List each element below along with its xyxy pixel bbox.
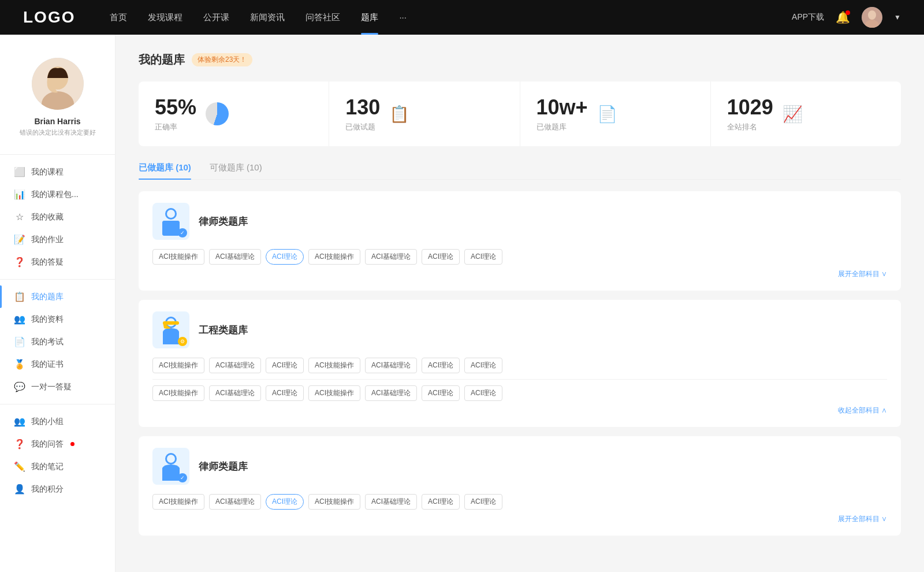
nav-news[interactable]: 新闻资讯 <box>250 12 285 23</box>
stat-questions: 130 已做试题 📋 <box>329 81 520 146</box>
sidebar-item-label: 我的资料 <box>31 314 64 325</box>
sidebar-item-my-qa[interactable]: ❓ 我的问答 <box>0 433 115 455</box>
expand-button-3[interactable]: 展开全部科目 ∨ <box>152 514 887 524</box>
sidebar-item-cert[interactable]: 🏅 我的证书 <box>0 353 115 376</box>
svg-rect-12 <box>163 321 179 325</box>
collapse-button-2[interactable]: 收起全部科目 ∧ <box>152 406 887 415</box>
avatar-dropdown-icon[interactable]: ▼ <box>894 13 901 21</box>
qb-tags-1: ACI技能操作 ACI基础理论 ACI理论 ACI技能操作 ACI基础理论 AC… <box>152 249 887 265</box>
qb-header-1: ✓ 律师类题库 <box>152 203 887 240</box>
sidebar-divider-2 <box>0 279 115 280</box>
tag-2-13[interactable]: ACI理论 <box>422 385 460 401</box>
tag-2-8[interactable]: ACI技能操作 <box>152 385 204 401</box>
qb-header-3: ✓ 律师类题库 <box>152 448 887 485</box>
nav-discover[interactable]: 发现课程 <box>148 12 182 23</box>
nav-public[interactable]: 公开课 <box>203 12 229 23</box>
tab-done-banks[interactable]: 已做题库 (10) <box>139 162 191 179</box>
sidebar-item-data[interactable]: 👥 我的资料 <box>0 308 115 330</box>
sidebar-username: Brian Harris <box>34 117 80 126</box>
accuracy-chart <box>206 102 229 125</box>
rank-value: 1029 <box>727 95 773 120</box>
qb-card-engineer: ⚙ 工程类题库 ACI技能操作 ACI基础理论 ACI理论 ACI技能操作 AC… <box>139 300 901 427</box>
logo: LOGO <box>23 8 75 27</box>
sidebar-item-label: 我的课程包... <box>31 190 79 200</box>
homework-icon: 📝 <box>14 234 25 245</box>
sidebar-item-label: 我的收藏 <box>31 212 64 222</box>
tag-3-5[interactable]: ACI基础理论 <box>365 494 417 510</box>
stat-banks: 10w+ 已做题库 📄 <box>520 81 711 146</box>
qb-title-1: 律师类题库 <box>199 215 248 228</box>
sidebar-item-questions[interactable]: ❓ 我的答疑 <box>0 251 115 273</box>
app-download-button[interactable]: APP下载 <box>792 12 824 23</box>
sidebar-divider-3 <box>0 404 115 404</box>
checkmark-badge-2: ⚙ <box>178 337 187 346</box>
avatar[interactable] <box>862 7 882 28</box>
sidebar-item-bank[interactable]: 📋 我的题库 <box>0 285 115 308</box>
sidebar-item-courses[interactable]: ⬜ 我的课程 <box>0 161 115 183</box>
stat-banks-text: 10w+ 已做题库 <box>536 95 588 132</box>
nav-bank[interactable]: 题库 <box>361 12 378 23</box>
tag-1-4[interactable]: ACI技能操作 <box>308 249 360 265</box>
expand-button-1[interactable]: 展开全部科目 ∨ <box>152 269 887 279</box>
sidebar-item-notes[interactable]: ✏️ 我的笔记 <box>0 455 115 478</box>
tag-1-7[interactable]: ACI理论 <box>464 249 502 265</box>
cert-icon: 🏅 <box>14 359 25 370</box>
tag-2-6[interactable]: ACI理论 <box>422 358 460 373</box>
tag-3-4[interactable]: ACI技能操作 <box>308 494 360 510</box>
course-icon: ⬜ <box>14 166 25 177</box>
tag-2-14[interactable]: ACI理论 <box>464 385 502 401</box>
nav-more[interactable]: ··· <box>399 12 407 23</box>
tag-2-3[interactable]: ACI理论 <box>266 358 304 373</box>
nav-home[interactable]: 首页 <box>110 12 127 23</box>
tag-1-5[interactable]: ACI基础理论 <box>365 249 417 265</box>
sidebar-item-homework[interactable]: 📝 我的作业 <box>0 228 115 251</box>
tag-2-11[interactable]: ACI技能操作 <box>308 385 360 401</box>
sidebar-item-group[interactable]: 👥 我的小组 <box>0 410 115 433</box>
tag-3-1[interactable]: ACI技能操作 <box>152 494 204 510</box>
sidebar-item-label: 我的作业 <box>31 235 64 245</box>
tag-3-7[interactable]: ACI理论 <box>464 494 502 510</box>
page-header: 我的题库 体验剩余23天！ <box>139 52 901 68</box>
qb-header-2: ⚙ 工程类题库 <box>152 311 887 348</box>
questions-value: 130 <box>345 95 380 120</box>
tag-2-1[interactable]: ACI技能操作 <box>152 358 204 373</box>
tag-2-2[interactable]: ACI基础理论 <box>209 358 261 373</box>
nav-right: APP下载 🔔 ▼ <box>792 7 901 28</box>
tag-2-9[interactable]: ACI基础理论 <box>209 385 261 401</box>
tag-1-3[interactable]: ACI理论 <box>266 249 304 265</box>
stat-rank-text: 1029 全站排名 <box>727 95 773 132</box>
sidebar-item-favorites[interactable]: ☆ 我的收藏 <box>0 206 115 228</box>
qb-card-lawyer-2: ✓ 律师类题库 ACI技能操作 ACI基础理论 ACI理论 ACI技能操作 AC… <box>139 436 901 536</box>
sidebar: Brian Harris 错误的决定比没有决定要好 ⬜ 我的课程 📊 我的课程包… <box>0 35 116 572</box>
tab-bar: 已做题库 (10) 可做题库 (10) <box>139 162 901 180</box>
sidebar-item-label: 我的课程 <box>31 167 64 177</box>
star-icon: ☆ <box>14 211 25 222</box>
notes-icon: ✏️ <box>14 461 25 472</box>
sidebar-item-course-pack[interactable]: 📊 我的课程包... <box>0 183 115 206</box>
sidebar-item-tutoring[interactable]: 💬 一对一答疑 <box>0 376 115 398</box>
tab-available-banks[interactable]: 可做题库 (10) <box>210 162 262 179</box>
tag-1-1[interactable]: ACI技能操作 <box>152 249 204 265</box>
tag-2-7[interactable]: ACI理论 <box>464 358 502 373</box>
tag-2-10[interactable]: ACI理论 <box>266 385 304 401</box>
sidebar-item-label: 我的证书 <box>31 359 64 370</box>
questions-label: 已做试题 <box>345 122 380 132</box>
tag-2-12[interactable]: ACI基础理论 <box>365 385 417 401</box>
rank-icon: 📈 <box>783 105 803 124</box>
tag-3-6[interactable]: ACI理论 <box>422 494 460 510</box>
sidebar-item-label: 我的考试 <box>31 337 64 347</box>
sidebar-item-points[interactable]: 👤 我的积分 <box>0 478 115 500</box>
my-qa-icon: ❓ <box>14 439 25 450</box>
svg-point-8 <box>167 210 175 218</box>
notification-bell-icon[interactable]: 🔔 <box>836 10 850 24</box>
tag-2-5[interactable]: ACI基础理论 <box>365 358 417 373</box>
tag-1-2[interactable]: ACI基础理论 <box>209 249 261 265</box>
accuracy-label: 正确率 <box>155 122 196 132</box>
tag-1-6[interactable]: ACI理论 <box>422 249 460 265</box>
nav-qa[interactable]: 问答社区 <box>305 12 340 23</box>
tag-2-4[interactable]: ACI技能操作 <box>308 358 360 373</box>
tag-3-3[interactable]: ACI理论 <box>266 494 304 510</box>
tag-3-2[interactable]: ACI基础理论 <box>209 494 261 510</box>
checkmark-badge-1: ✓ <box>178 228 187 237</box>
sidebar-item-exam[interactable]: 📄 我的考试 <box>0 330 115 353</box>
